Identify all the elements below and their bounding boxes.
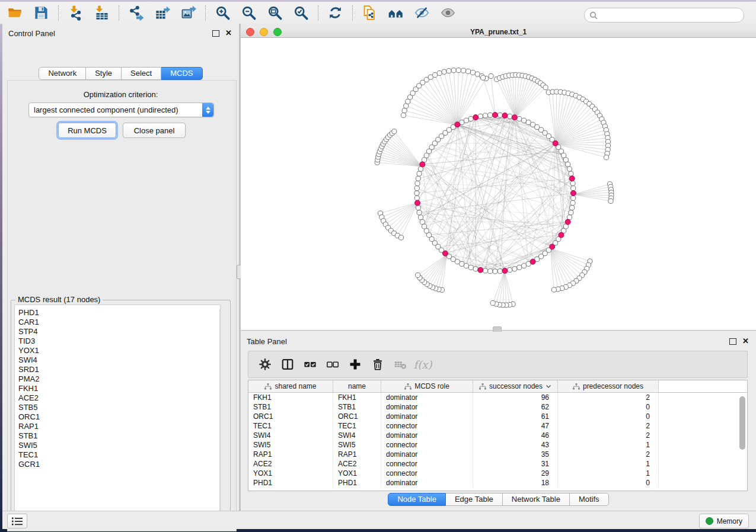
graph-leaf-node[interactable] — [608, 198, 613, 203]
graph-leaf-node[interactable] — [551, 287, 556, 292]
graph-node[interactable] — [517, 116, 522, 121]
graph-leaf-node[interactable] — [401, 113, 406, 118]
mcds-list-item[interactable]: GCR1 — [15, 460, 220, 469]
float-panel-icon[interactable] — [212, 30, 219, 37]
mcds-list-item[interactable]: SRD1 — [15, 365, 220, 374]
graph-leaf-node[interactable] — [490, 300, 495, 305]
graph-mcds-node[interactable] — [571, 191, 576, 196]
table-row[interactable]: SWI5SWI5connector431 — [248, 440, 747, 450]
graph-node[interactable] — [562, 153, 566, 158]
table-row[interactable]: YOX1YOX1connector291 — [248, 469, 747, 478]
mcds-list-item[interactable]: TEC1 — [15, 450, 220, 460]
graph-node[interactable] — [418, 215, 423, 220]
graph-node[interactable] — [512, 267, 517, 271]
graph-node[interactable] — [522, 118, 527, 123]
graph-mcds-node[interactable] — [550, 244, 555, 249]
graph-mcds-node[interactable] — [420, 162, 425, 167]
float-table-panel-icon[interactable] — [729, 338, 736, 345]
select-all-button[interactable] — [299, 354, 321, 375]
graph-node[interactable] — [473, 267, 478, 271]
graph-leaf-node[interactable] — [489, 73, 493, 78]
export-table-button[interactable] — [152, 4, 172, 22]
graph-node[interactable] — [517, 265, 522, 270]
graph-node[interactable] — [493, 269, 497, 274]
tab-network[interactable]: Network — [39, 67, 86, 80]
graph-mcds-node[interactable] — [565, 219, 570, 225]
tab-edge-table[interactable]: Edge Table — [446, 493, 503, 506]
graph-mcds-node[interactable] — [502, 113, 508, 118]
graph-node[interactable] — [416, 206, 420, 210]
graph-node[interactable] — [522, 264, 527, 268]
graph-node[interactable] — [563, 158, 568, 162]
column-header-predecessor-nodes[interactable]: predecessor nodes — [558, 380, 659, 392]
run-mcds-button[interactable]: Run MCDS — [58, 123, 116, 138]
graph-node[interactable] — [497, 113, 502, 117]
criterion-select[interactable]: largest connected component (undirected) — [28, 102, 214, 117]
search-input[interactable] — [598, 11, 744, 20]
delete-button[interactable] — [367, 354, 388, 375]
table-row[interactable]: FKH1FKH1dominator962 — [248, 393, 747, 402]
refresh-button[interactable] — [325, 4, 345, 22]
graph-node[interactable] — [464, 118, 468, 123]
graph-node[interactable] — [416, 176, 420, 181]
zoom-in-button[interactable] — [212, 4, 232, 22]
graph-mcds-node[interactable] — [442, 251, 448, 256]
hide-selected-button[interactable] — [412, 4, 432, 22]
graph-leaf-node[interactable] — [470, 70, 475, 75]
deselect-all-button[interactable] — [322, 354, 343, 375]
show-all-button[interactable] — [438, 4, 458, 22]
import-network-button[interactable] — [65, 4, 85, 22]
table-row[interactable]: RAP1RAP1dominator352 — [248, 450, 747, 459]
zoom-selected-button[interactable] — [291, 4, 311, 22]
table-row[interactable]: TEC1TEC1connector472 — [248, 421, 747, 431]
mcds-list-item[interactable]: PHD1 — [15, 308, 220, 318]
graph-leaf-node[interactable] — [433, 72, 438, 77]
close-panel-icon[interactable]: ✕ — [225, 30, 232, 36]
graph-leaf-node[interactable] — [456, 68, 461, 73]
graph-mcds-node[interactable] — [553, 140, 558, 146]
graph-mcds-node[interactable] — [530, 259, 535, 264]
mcds-list-item[interactable]: SWI5 — [15, 441, 220, 450]
graph-leaf-node[interactable] — [442, 69, 446, 74]
graph-node[interactable] — [569, 210, 573, 215]
graph-node[interactable] — [570, 200, 575, 205]
first-neighbors-button[interactable] — [385, 4, 406, 22]
graph-leaf-node[interactable] — [466, 69, 471, 73]
graph-node[interactable] — [567, 166, 572, 171]
duplicate-network-button[interactable] — [359, 4, 379, 22]
graph-node[interactable] — [508, 114, 512, 118]
tab-node-table[interactable]: Node Table — [388, 493, 446, 506]
graph-mcds-node[interactable] — [473, 115, 479, 120]
graph-leaf-node[interactable] — [402, 108, 407, 113]
graph-leaf-node[interactable] — [398, 235, 403, 240]
graph-node[interactable] — [483, 113, 487, 118]
open-folder-button[interactable] — [5, 4, 25, 22]
graph-node[interactable] — [569, 171, 573, 176]
graph-node[interactable] — [468, 116, 473, 121]
network-canvas[interactable] — [241, 38, 756, 331]
table-row[interactable]: SWI4SWI4dominator462 — [248, 431, 747, 440]
graph-node[interactable] — [460, 261, 464, 266]
zoom-out-button[interactable] — [238, 4, 259, 22]
table-row[interactable]: ACE2ACE2connector311 — [248, 459, 747, 469]
close-panel-button[interactable]: Close panel — [123, 123, 186, 138]
graph-node[interactable] — [424, 229, 429, 233]
mcds-list-item[interactable]: TID3 — [15, 336, 220, 346]
mcds-list-item[interactable]: YOX1 — [15, 346, 220, 355]
graph-mcds-node[interactable] — [455, 122, 460, 127]
tab-select[interactable]: Select — [122, 67, 161, 80]
memory-button[interactable]: Memory — [699, 514, 749, 528]
mcds-list-item[interactable]: STB5 — [15, 403, 220, 412]
mcds-list-item[interactable]: FKH1 — [15, 384, 220, 393]
column-header-name[interactable]: name — [333, 380, 381, 392]
mcds-list-item[interactable]: PMA2 — [15, 374, 220, 384]
graph-node[interactable] — [508, 268, 512, 273]
graph-node[interactable] — [526, 120, 531, 125]
tab-motifs[interactable]: Motifs — [570, 493, 609, 506]
graph-leaf-node[interactable] — [481, 75, 486, 80]
column-header-shared-name[interactable]: shared name — [248, 380, 333, 392]
mcds-list-item[interactable]: ORC1 — [15, 412, 220, 422]
graph-leaf-node[interactable] — [392, 129, 397, 134]
import-table-button[interactable] — [91, 4, 111, 22]
tab-mcds[interactable]: MCDS — [161, 67, 202, 80]
